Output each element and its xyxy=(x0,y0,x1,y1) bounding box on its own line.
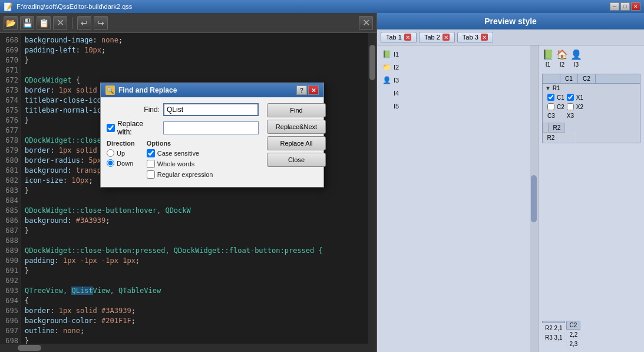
find-button[interactable]: Find xyxy=(267,103,326,117)
r2-header-r2: R2 xyxy=(549,123,565,133)
dialog-help-button[interactable]: ? xyxy=(296,85,307,95)
save-as-button[interactable]: 📋 xyxy=(37,16,51,30)
r2-data-row: R2 xyxy=(543,133,640,143)
save-file-button[interactable]: 💾 xyxy=(20,16,34,30)
r1-x1-check[interactable] xyxy=(567,94,574,101)
close-window-button[interactable]: ✕ xyxy=(631,2,640,11)
regex-label: Regular expression xyxy=(157,171,213,178)
tree-icon-4 xyxy=(382,88,391,98)
preview-scrollbar-thumb[interactable] xyxy=(531,175,537,222)
direction-section: Direction Up Down xyxy=(107,140,135,181)
whole-words-label: Whole words xyxy=(157,160,195,167)
tree-item-3: 👤 I3 xyxy=(381,75,526,85)
r2-section: R2 xyxy=(543,123,640,133)
replace-all-button[interactable]: Replace All xyxy=(267,136,326,150)
preview-tabs: Tab 1 ✕ Tab 2 ✕ Tab 3 ✕ xyxy=(377,29,644,45)
replace-label-group: Replace with: xyxy=(107,120,160,136)
open-file-button[interactable]: 📂 xyxy=(4,16,18,30)
pane-close-button[interactable]: ✕ xyxy=(359,16,373,30)
tab-1-label: Tab 1 xyxy=(386,34,402,41)
scrollbar-thumb[interactable] xyxy=(369,45,375,80)
find-row: Find: xyxy=(107,103,259,116)
horizontal-scrollbar[interactable] xyxy=(0,344,377,352)
dialog-window-controls: ? ✕ xyxy=(296,85,319,95)
editor-toolbar: 📂 💾 📋 ✕ ↩ ↪ ✕ xyxy=(0,13,377,33)
options-section: Direction Up Down Opt xyxy=(107,140,259,181)
header-empty xyxy=(543,74,560,83)
find-label: Find: xyxy=(107,106,160,114)
header-c1: C1 xyxy=(560,74,578,83)
tree-icon-5 xyxy=(382,101,391,111)
undo-button[interactable]: ↩ xyxy=(77,16,91,30)
app-icon: 📝 xyxy=(4,2,13,11)
header-c2: C2 xyxy=(578,74,596,83)
preview-scrollbar[interactable] xyxy=(530,45,538,352)
r1-c1-check[interactable] xyxy=(547,94,554,101)
table-header: C1 C2 xyxy=(543,74,640,84)
tab-1[interactable]: Tab 1 ✕ xyxy=(381,32,417,42)
toolbar-separator xyxy=(72,17,72,29)
find-replace-dialog[interactable]: 🔍 Find and Replace ? ✕ Find: xyxy=(100,83,324,187)
dialog-icon: 🔍 xyxy=(105,85,115,95)
code-content: background-image: none; padding-left: 10… xyxy=(21,33,368,344)
direction-title: Direction xyxy=(107,140,135,147)
r1-row: C1 X1 xyxy=(543,93,640,102)
dialog-titlebar: 🔍 Find and Replace ? ✕ xyxy=(101,83,323,97)
regex-check[interactable] xyxy=(147,170,155,179)
tree-r1-label: ▼ R1 xyxy=(543,84,640,93)
replace-next-button[interactable]: Replace&Next xyxy=(267,120,326,134)
vertical-scrollbar[interactable] xyxy=(368,33,377,344)
replace-checkbox[interactable] xyxy=(107,124,115,132)
dialog-close-title-btn[interactable]: ✕ xyxy=(308,85,319,95)
preview-pane: Preview style Tab 1 ✕ Tab 2 ✕ Tab 3 ✕ 📗 … xyxy=(377,13,644,352)
right-icon-2: 🏠 I2 xyxy=(556,49,568,68)
tab-1-close[interactable]: ✕ xyxy=(404,34,411,41)
minimize-button[interactable]: ─ xyxy=(610,2,619,11)
replace-input[interactable] xyxy=(163,121,259,134)
r2-col-r2-2 xyxy=(559,133,576,143)
maximize-button[interactable]: □ xyxy=(620,2,630,11)
r1-x2-check[interactable] xyxy=(567,103,574,110)
right-icon-1: 📗 I1 xyxy=(542,49,554,68)
dialog-fields-section: Find: Replace with: xyxy=(107,103,259,181)
direction-down-radio[interactable] xyxy=(107,159,114,167)
tab-2[interactable]: Tab 2 ✕ xyxy=(419,32,455,42)
case-sensitive-check[interactable] xyxy=(147,149,155,157)
col-data: C2 2,2 2,3 xyxy=(566,321,580,348)
table-preview: C1 C2 ▼ R1 C1 X1 C2 xyxy=(542,74,640,143)
redo-button[interactable]: ↪ xyxy=(94,16,108,30)
tree-icon-3: 👤 xyxy=(382,75,391,85)
col-r2-c2: 2,2 xyxy=(566,330,580,339)
r2-col-r2: R2 xyxy=(543,133,559,143)
code-editor[interactable]: 668669670671 672673674675 676677678679 6… xyxy=(0,33,377,344)
direction-up-option: Up xyxy=(107,149,135,157)
dialog-actions: Find Replace&Next Replace All Close xyxy=(267,103,326,181)
col-r3-c2: 2,3 xyxy=(566,340,580,348)
find-input[interactable] xyxy=(163,103,259,116)
whole-words-option: Whole words xyxy=(147,160,213,168)
line-numbers: 668669670671 672673674675 676677678679 6… xyxy=(0,33,21,344)
tab-3[interactable]: Tab 3 ✕ xyxy=(457,32,493,42)
window-title: F:\trading\soft\QssEditor-build\dark2.qs… xyxy=(16,3,132,10)
direction-up-radio[interactable] xyxy=(107,149,114,157)
close-file-button[interactable]: ✕ xyxy=(53,16,67,30)
r1-c2-check[interactable] xyxy=(547,103,554,110)
tree-icon-1: 📗 xyxy=(382,50,391,59)
right-icons-row: 📗 I1 🏠 I2 👤 I3 xyxy=(542,49,640,68)
replace-row: Replace with: xyxy=(107,120,259,136)
dialog-body: Find: Replace with: xyxy=(101,97,323,187)
tree-item-4: I4 xyxy=(381,88,526,98)
close-button[interactable]: Close xyxy=(267,153,326,167)
case-sensitive-option: Case sensitive xyxy=(147,149,213,157)
h-scrollbar-thumb[interactable] xyxy=(18,345,41,351)
tab-3-label: Tab 3 xyxy=(463,34,478,41)
preview-right-panel: 📗 I1 🏠 I2 👤 I3 xyxy=(538,45,644,352)
whole-words-check[interactable] xyxy=(147,160,155,168)
dialog-title: Find and Replace xyxy=(118,86,177,94)
tab-3-close[interactable]: ✕ xyxy=(481,34,488,41)
direction-down-option: Down xyxy=(107,159,135,167)
r1-row3: C3 X3 xyxy=(543,111,640,120)
row-label-r21: R2 2,1 xyxy=(542,324,565,333)
case-sensitive-label: Case sensitive xyxy=(157,150,200,157)
tab-2-close[interactable]: ✕ xyxy=(442,34,450,41)
